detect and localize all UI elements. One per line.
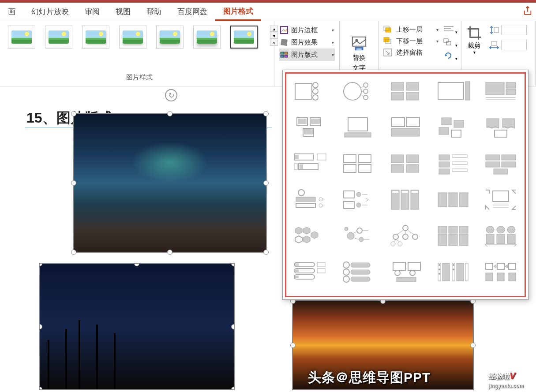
- svg-rect-82: [439, 162, 450, 167]
- layout-option-2[interactable]: [337, 77, 379, 105]
- layout-option-23[interactable]: [384, 222, 427, 250]
- svg-rect-81: [452, 155, 467, 157]
- picture-stars[interactable]: [39, 263, 235, 390]
- rotate-button[interactable]: ▾: [442, 50, 457, 62]
- svg-rect-69: [300, 164, 303, 169]
- height-input[interactable]: [501, 25, 527, 35]
- tab-slideshow[interactable]: 幻灯片放映: [23, 3, 77, 21]
- tab-picture-format[interactable]: 图片格式: [215, 3, 261, 21]
- width-icon: [489, 41, 499, 49]
- width-input[interactable]: [501, 40, 527, 50]
- send-backward-button[interactable]: 下移一层 ▾: [382, 35, 439, 47]
- layout-option-16[interactable]: [289, 186, 331, 214]
- layout-option-9[interactable]: [432, 113, 474, 142]
- svg-rect-42: [465, 82, 470, 100]
- selection-pane-icon: [383, 48, 394, 57]
- tab-help[interactable]: 帮助: [139, 3, 169, 21]
- style-preset-3[interactable]: [82, 26, 109, 49]
- layout-option-10[interactable]: [480, 113, 522, 142]
- svg-rect-106: [411, 190, 419, 209]
- layout-option-29[interactable]: [432, 258, 474, 286]
- svg-point-158: [343, 262, 349, 268]
- layout-option-28[interactable]: [384, 258, 427, 286]
- svg-rect-21: [494, 27, 499, 33]
- svg-rect-62: [451, 130, 461, 137]
- svg-rect-105: [402, 191, 408, 193]
- layout-option-11[interactable]: [289, 149, 331, 178]
- svg-line-136: [394, 239, 396, 242]
- svg-rect-15: [384, 49, 392, 56]
- svg-rect-43: [486, 82, 504, 95]
- svg-rect-4: [281, 55, 284, 57]
- crop-button[interactable]: 裁剪 ▾: [466, 25, 483, 55]
- style-preset-6[interactable]: [193, 26, 221, 49]
- style-preset-5[interactable]: [156, 26, 184, 49]
- svg-rect-108: [438, 193, 447, 207]
- selection-pane-button[interactable]: 选择窗格: [382, 47, 439, 58]
- layout-option-21[interactable]: [289, 222, 331, 250]
- rotation-handle[interactable]: ↻: [165, 89, 177, 101]
- svg-rect-177: [457, 263, 464, 281]
- tab-review[interactable]: 审阅: [77, 3, 108, 21]
- svg-rect-79: [406, 164, 419, 172]
- svg-rect-181: [509, 263, 516, 269]
- layout-option-20[interactable]: [480, 186, 522, 214]
- style-preset-1[interactable]: [8, 26, 35, 49]
- layout-option-25[interactable]: [480, 222, 522, 250]
- svg-rect-71: [294, 164, 298, 170]
- svg-rect-156: [317, 262, 325, 267]
- svg-rect-13: [384, 37, 389, 42]
- layout-option-26[interactable]: [289, 258, 331, 286]
- layout-option-13[interactable]: [384, 149, 427, 178]
- layout-option-18[interactable]: [384, 186, 427, 214]
- svg-point-120: [357, 228, 362, 233]
- svg-rect-2: [281, 52, 284, 54]
- layout-option-24[interactable]: [432, 222, 474, 250]
- share-icon[interactable]: [523, 6, 532, 18]
- layout-option-12[interactable]: [337, 149, 379, 178]
- picture-aurora[interactable]: ↻: [73, 113, 267, 253]
- svg-rect-78: [391, 164, 404, 172]
- svg-rect-67: [295, 155, 299, 159]
- layout-option-8[interactable]: [384, 113, 427, 142]
- picture-border-button[interactable]: 图片边框 ▾: [279, 24, 335, 36]
- svg-rect-184: [509, 273, 516, 281]
- svg-line-137: [396, 239, 399, 242]
- svg-point-132: [398, 242, 402, 246]
- style-preset-7[interactable]: [230, 26, 258, 49]
- svg-point-130: [412, 234, 418, 239]
- svg-rect-3: [285, 52, 288, 54]
- svg-rect-102: [391, 190, 399, 209]
- svg-point-121: [359, 237, 364, 242]
- align-button[interactable]: ▾: [442, 24, 457, 35]
- svg-point-94: [319, 198, 322, 201]
- layout-option-15[interactable]: [480, 149, 522, 178]
- svg-rect-87: [502, 155, 516, 160]
- style-preset-2[interactable]: [45, 26, 72, 49]
- bring-forward-button[interactable]: 上移一层 ▾: [382, 24, 439, 35]
- svg-rect-61: [439, 127, 449, 134]
- layout-option-19[interactable]: [432, 186, 474, 214]
- svg-rect-89: [502, 162, 516, 167]
- layout-option-3[interactable]: [384, 77, 427, 105]
- group-button[interactable]: ▾: [442, 37, 457, 49]
- layout-option-14[interactable]: [432, 149, 474, 178]
- layout-option-4[interactable]: [432, 77, 474, 105]
- layout-option-22[interactable]: [337, 222, 379, 250]
- layout-option-17[interactable]: [337, 186, 379, 214]
- layout-option-6[interactable]: [289, 113, 331, 142]
- style-preset-4[interactable]: [119, 26, 146, 49]
- layout-option-5[interactable]: [480, 77, 522, 105]
- picture-effects-button[interactable]: 图片效果 ▾: [279, 36, 335, 49]
- tab-view[interactable]: 视图: [108, 3, 139, 21]
- svg-line-34: [361, 86, 364, 88]
- layout-option-30[interactable]: [480, 258, 522, 286]
- send-backward-icon: [383, 37, 394, 45]
- tab-baidu[interactable]: 百度网盘: [169, 3, 215, 21]
- picture-layout-button[interactable]: 图片版式 ▾: [279, 49, 335, 61]
- alt-text-button[interactable]: 替换 文字: [351, 35, 367, 72]
- tab-draw[interactable]: 画: [0, 3, 23, 21]
- layout-option-7[interactable]: [337, 113, 379, 142]
- layout-option-27[interactable]: [337, 258, 379, 286]
- layout-option-1[interactable]: [289, 77, 331, 105]
